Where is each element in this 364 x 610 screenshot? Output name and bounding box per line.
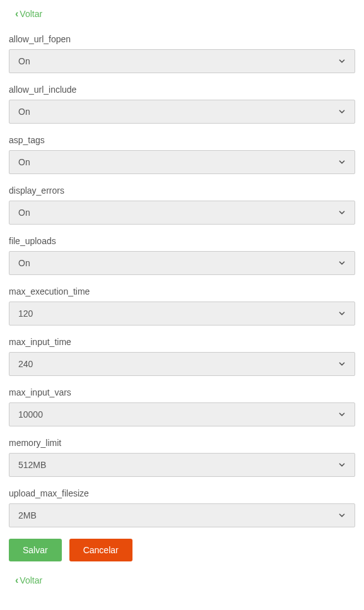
field-max-input-vars: max_input_vars 10000 (9, 387, 355, 426)
select-allow-url-fopen[interactable]: On (9, 49, 355, 73)
select-wrap: On (9, 201, 355, 225)
select-wrap: On (9, 251, 355, 275)
field-label: allow_url_include (9, 85, 355, 95)
select-max-input-vars[interactable]: 10000 (9, 402, 355, 426)
chevron-left-icon: ‹ (15, 9, 18, 19)
field-label: max_input_time (9, 337, 355, 347)
field-label: max_input_vars (9, 387, 355, 397)
back-link-top[interactable]: ‹ Voltar (15, 9, 355, 19)
select-display-errors[interactable]: On (9, 201, 355, 225)
field-display-errors: display_errors On (9, 185, 355, 225)
field-upload-max-filesize: upload_max_filesize 2MB (9, 488, 355, 527)
select-memory-limit[interactable]: 512MB (9, 453, 355, 477)
select-wrap: On (9, 49, 355, 73)
select-max-input-time[interactable]: 240 (9, 352, 355, 376)
back-link-bottom[interactable]: ‹ Voltar (15, 575, 355, 585)
select-wrap: On (9, 100, 355, 124)
field-label: allow_url_fopen (9, 34, 355, 44)
select-wrap: 512MB (9, 453, 355, 477)
select-wrap: On (9, 150, 355, 174)
select-max-execution-time[interactable]: 120 (9, 302, 355, 326)
back-label: Voltar (20, 9, 42, 19)
chevron-left-icon: ‹ (15, 575, 18, 585)
select-wrap: 120 (9, 302, 355, 326)
select-allow-url-include[interactable]: On (9, 100, 355, 124)
field-allow-url-include: allow_url_include On (9, 85, 355, 124)
field-asp-tags: asp_tags On (9, 135, 355, 174)
field-allow-url-fopen: allow_url_fopen On (9, 34, 355, 73)
field-label: file_uploads (9, 236, 355, 246)
field-label: upload_max_filesize (9, 488, 355, 498)
select-wrap: 2MB (9, 503, 355, 527)
field-label: display_errors (9, 185, 355, 196)
field-file-uploads: file_uploads On (9, 236, 355, 275)
select-upload-max-filesize[interactable]: 2MB (9, 503, 355, 527)
field-max-input-time: max_input_time 240 (9, 337, 355, 376)
field-label: memory_limit (9, 438, 355, 448)
select-file-uploads[interactable]: On (9, 251, 355, 275)
field-label: asp_tags (9, 135, 355, 145)
save-button[interactable]: Salvar (9, 539, 62, 561)
back-label: Voltar (20, 575, 42, 585)
select-wrap: 10000 (9, 402, 355, 426)
select-wrap: 240 (9, 352, 355, 376)
field-max-execution-time: max_execution_time 120 (9, 286, 355, 326)
button-row: Salvar Cancelar (9, 539, 355, 561)
cancel-button[interactable]: Cancelar (69, 539, 132, 561)
field-memory-limit: memory_limit 512MB (9, 438, 355, 477)
field-label: max_execution_time (9, 286, 355, 296)
select-asp-tags[interactable]: On (9, 150, 355, 174)
